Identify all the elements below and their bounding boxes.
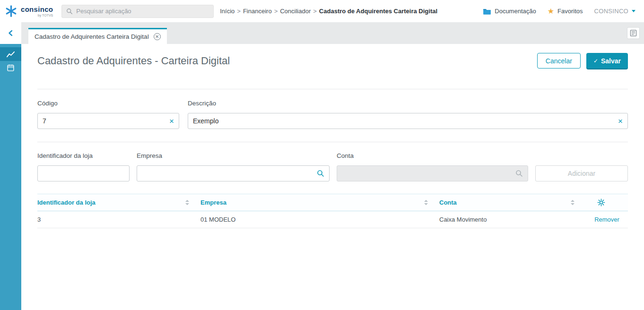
- conta-field-wrap: [337, 165, 528, 181]
- conta-input: [337, 166, 528, 181]
- empresa-field-wrap: [137, 165, 330, 181]
- breadcrumb-item[interactable]: Início: [220, 8, 235, 15]
- check-icon: ✓: [593, 58, 598, 64]
- descricao-field-wrap: ×: [188, 113, 628, 129]
- table-header-empresa[interactable]: Empresa: [200, 199, 439, 206]
- tab-strip: Cadastro de Adquirentes Carteira Digital…: [21, 22, 644, 44]
- app-search[interactable]: [61, 5, 214, 18]
- cell-conta: Caixa Movimento: [439, 216, 586, 223]
- sidebar: [0, 22, 21, 310]
- clear-icon[interactable]: ×: [618, 117, 623, 125]
- adquirentes-table: Identificador da loja Empresa Conta: [37, 194, 628, 228]
- empresa-label: Empresa: [137, 152, 330, 159]
- chevron-down-icon: [632, 10, 635, 12]
- codigo-input[interactable]: [38, 113, 179, 129]
- sidebar-item-dashboard[interactable]: [0, 47, 21, 61]
- codigo-label: Código: [37, 100, 179, 107]
- breadcrumb-separator: >: [313, 8, 317, 15]
- breadcrumb-separator: >: [237, 8, 241, 15]
- breadcrumb-current: Cadastro de Adquirentes Carteira Digital: [319, 8, 437, 15]
- save-button[interactable]: ✓ Salvar: [586, 53, 628, 69]
- descricao-input[interactable]: [188, 113, 627, 129]
- page-title: Cadastro de Adquirentes - Carteira Digit…: [37, 55, 230, 67]
- divider: [37, 142, 628, 142]
- table-row: 3 01 MODELO Caixa Movimento Remover: [37, 211, 628, 228]
- save-label: Salvar: [601, 57, 621, 65]
- folder-icon: [483, 8, 491, 15]
- identificador-label: Identificador da loja: [37, 152, 130, 159]
- account-menu[interactable]: CONSINCO: [594, 8, 635, 15]
- table-header-row: Identificador da loja Empresa Conta: [37, 194, 628, 211]
- checklist-icon: [630, 30, 637, 37]
- clear-icon[interactable]: ×: [169, 117, 174, 125]
- table-header-actions: [586, 198, 628, 207]
- conta-search-icon: [515, 170, 523, 177]
- documentation-link[interactable]: Documentação: [483, 8, 536, 15]
- breadcrumb-item[interactable]: Financeiro: [243, 8, 272, 15]
- top-bar: consinco by TOTVS Início > Financeiro > …: [0, 0, 644, 22]
- account-label: CONSINCO: [594, 8, 628, 15]
- conta-label: Conta: [337, 152, 528, 159]
- brand-sub: by TOTVS: [38, 14, 53, 17]
- table-header-conta[interactable]: Conta: [439, 199, 586, 206]
- tab-close-icon[interactable]: ✕: [154, 33, 161, 40]
- tab-panel-button[interactable]: [627, 27, 640, 39]
- breadcrumb: Início > Financeiro > Conciliador > Cada…: [220, 8, 437, 15]
- identificador-field-wrap: [37, 165, 130, 181]
- consinco-logo: consinco by TOTVS: [0, 5, 59, 17]
- sidebar-item-calendar[interactable]: [0, 61, 21, 75]
- descricao-label: Descrição: [188, 100, 628, 107]
- star-icon: ★: [548, 8, 554, 15]
- page-content: Cadastro de Adquirentes - Carteira Digit…: [21, 44, 644, 310]
- cell-identificador: 3: [37, 216, 200, 223]
- empresa-search-icon[interactable]: [317, 170, 324, 177]
- remover-link[interactable]: Remover: [594, 216, 619, 223]
- logo-asterisk-icon: [5, 5, 17, 17]
- divider: [37, 89, 628, 89]
- adicionar-button[interactable]: Adicionar: [535, 165, 628, 181]
- tab-label: Cadastro de Adquirentes Carteira Digital: [35, 33, 149, 40]
- documentation-label: Documentação: [495, 8, 536, 15]
- chevron-left-icon: [7, 29, 15, 37]
- empresa-input[interactable]: [137, 166, 329, 181]
- cancel-button[interactable]: Cancelar: [537, 53, 581, 69]
- calendar-icon: [7, 64, 14, 71]
- gear-icon[interactable]: [597, 198, 605, 207]
- search-icon: [66, 8, 73, 15]
- sort-icon[interactable]: [571, 200, 574, 205]
- sort-icon[interactable]: [424, 200, 428, 205]
- breadcrumb-item[interactable]: Conciliador: [280, 8, 311, 15]
- tab-cadastro-adquirentes[interactable]: Cadastro de Adquirentes Carteira Digital…: [28, 28, 167, 44]
- breadcrumb-separator: >: [274, 8, 278, 15]
- favorites-label: Favoritos: [557, 8, 583, 15]
- cell-empresa: 01 MODELO: [200, 216, 439, 223]
- brand-name: consinco: [21, 6, 53, 13]
- sidebar-collapse-button[interactable]: [0, 22, 21, 44]
- search-input[interactable]: [76, 8, 209, 15]
- chart-icon: [7, 51, 15, 58]
- codigo-field-wrap: ×: [37, 113, 179, 129]
- identificador-input[interactable]: [38, 166, 129, 181]
- favorites-link[interactable]: ★ Favoritos: [548, 8, 583, 15]
- table-header-identificador[interactable]: Identificador da loja: [37, 199, 200, 206]
- sort-icon[interactable]: [185, 200, 189, 205]
